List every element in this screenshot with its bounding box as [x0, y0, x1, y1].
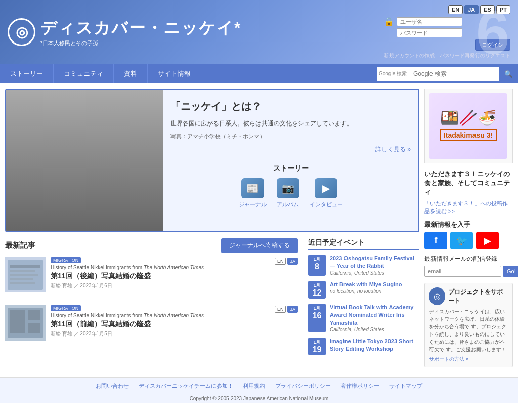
logo-text: ディスカバー・ニッケイ* *日本人移民とその子孫 — [40, 17, 241, 47]
facebook-button[interactable]: f — [424, 232, 447, 249]
svg-rect-15 — [82, 187, 92, 206]
event-month: 1月 — [311, 282, 323, 289]
svg-point-18 — [116, 181, 124, 192]
support-title: プロジェクトをサポート — [448, 288, 508, 305]
svg-rect-4 — [21, 140, 36, 153]
album-label: アルバム — [277, 201, 299, 208]
search-input[interactable] — [408, 68, 499, 80]
album-icon-item[interactable]: 📷 アルバム — [277, 178, 299, 208]
support-desc: ディスカバー・ニッケイは、広いネットワークを広げ、日系の体験を分かち合う場で す… — [429, 308, 508, 353]
svg-rect-11 — [50, 189, 59, 205]
email-input[interactable] — [424, 266, 501, 277]
event-name[interactable]: Art Break with Miye Sugino — [330, 281, 419, 288]
svg-rect-33 — [10, 310, 25, 333]
svg-rect-34 — [28, 310, 40, 320]
user-icon: 🔒 — [384, 17, 394, 26]
nav-resources[interactable]: 資料 — [114, 64, 148, 83]
logo-spiral-icon: ◎ — [16, 24, 28, 40]
event-info: Imagine Little Tokyo 2023 Short Story Ed… — [330, 338, 419, 355]
event-item: 1月 19 Imagine Little Tokyo 2023 Short St… — [308, 338, 419, 355]
content-left: 「ニッケイ」とは？ 世界各国に広がる日系人。彼らは共通の文化をシェアしています。… — [5, 89, 419, 372]
event-info: 2023 Oshogatsu Family Festival— Year of … — [330, 255, 419, 276]
articles-title: 最新記事 — [5, 241, 35, 250]
interview-icon: ▶ — [315, 178, 337, 198]
event-day: 19 — [311, 346, 323, 354]
svg-rect-2 — [11, 130, 158, 231]
youtube-button[interactable]: ▶ — [476, 232, 499, 249]
social-title-text: 最新情報を入手 — [424, 221, 470, 228]
events-section: 近日予定イベント 1月 8 2023 Oshogatsu Family Fest… — [308, 238, 419, 360]
nav-site-info[interactable]: サイト情報 — [148, 64, 201, 83]
footer-sitemap-link[interactable]: サイトマップ — [389, 383, 422, 389]
create-account-link[interactable]: 新規アカウントの作成 — [384, 52, 435, 59]
journal-icon: 📰 — [241, 178, 264, 198]
article-item: MIGRATION EN JA History of Seattle Nikke… — [5, 257, 298, 299]
article-meta: 新舩 育雄 ／ 2023年1月5日 — [51, 330, 298, 338]
lang-en-badge[interactable]: EN — [275, 306, 286, 313]
twitter-button[interactable]: 🐦 — [450, 232, 473, 249]
event-name[interactable]: 2023 Oshogatsu Family Festival— Year of … — [330, 255, 419, 270]
svg-rect-29 — [10, 278, 33, 280]
svg-rect-3 — [11, 130, 158, 231]
event-name[interactable]: Imagine Little Tokyo 2023 Short Story Ed… — [330, 338, 419, 353]
svg-rect-0 — [6, 90, 163, 231]
article-lang-badges: EN JA — [275, 258, 298, 265]
event-location: California, United States — [330, 327, 419, 332]
footer-terms-link[interactable]: 利用規約 — [243, 383, 265, 389]
footer-join-link[interactable]: ディスカバーニッケイチームに参加！ — [139, 383, 233, 389]
username-input[interactable] — [397, 17, 462, 26]
search-button[interactable]: 🔍 — [499, 67, 518, 81]
nav-community[interactable]: コミュニティ — [54, 64, 114, 83]
support-link[interactable]: サポートの方法 » — [429, 356, 508, 363]
nav-stories[interactable]: ストーリー — [0, 64, 54, 83]
lang-en-button[interactable]: EN — [448, 5, 463, 14]
logo: ◎ ディスカバー・ニッケイ* *日本人移民とその子孫 — [8, 17, 241, 47]
social-title: 最新情報を入手 — [424, 220, 513, 229]
article-title[interactable]: 第11回（前編）写真結婚の隆盛 — [51, 320, 298, 329]
interview-icon-item[interactable]: ▶ インタビュー — [310, 178, 343, 208]
header: ◎ ディスカバー・ニッケイ* *日本人移民とその子孫 EN JA ES PT 🔒 — [0, 0, 518, 64]
lang-en-badge[interactable]: EN — [275, 258, 286, 265]
event-day: 12 — [311, 289, 323, 297]
svg-rect-19 — [117, 191, 124, 204]
events-title: 近日予定イベント — [308, 238, 419, 250]
event-name[interactable]: Virtual Book Talk with Academy Award Nom… — [330, 304, 419, 327]
lang-ja-badge[interactable]: JA — [287, 306, 298, 313]
svg-point-14 — [81, 175, 93, 189]
lang-ja-badge[interactable]: JA — [287, 258, 298, 265]
svg-point-23 — [6, 120, 21, 150]
hero-section: 「ニッケイ」とは？ 世界各国に広がる日系人。彼らは共通の文化をシェアしています。… — [5, 89, 419, 232]
google-label: Google 検索 — [377, 70, 408, 77]
svg-rect-1 — [6, 90, 163, 231]
password-input[interactable] — [397, 28, 462, 37]
footer-links: お問い合わせ ディスカバーニッケイチームに参加！ 利用規約 プライバシーポリシー… — [0, 377, 518, 394]
svg-point-20 — [129, 179, 138, 191]
article-series: History of Seattle Nikkei Immigrants fro… — [51, 265, 298, 270]
footer-privacy-link[interactable]: プライバシーポリシー — [275, 383, 331, 389]
svg-point-16 — [100, 179, 109, 190]
event-month: 1月 — [311, 339, 323, 346]
article-thumbnail — [5, 257, 46, 292]
event-item: 1月 16 Virtual Book Talk with Academy Awa… — [308, 304, 419, 332]
sidebar-ad: 🍱🥢🍜 Itadakimasu 3! — [424, 89, 513, 163]
sidebar: 🍱🥢🍜 Itadakimasu 3! いただきます３！ニッケイの食と家族、そして… — [424, 89, 513, 372]
email-go-button[interactable]: Go! — [503, 266, 518, 277]
hero-read-more-link[interactable]: 詳しく見る » — [170, 145, 411, 154]
article-thumbnail — [5, 305, 46, 341]
footer-copyright-policy-link[interactable]: 著作権ポリシー — [340, 383, 379, 389]
article-title[interactable]: 第11回（後編）写真結婚の隆盛 — [51, 272, 298, 281]
event-info: Virtual Book Talk with Academy Award Nom… — [330, 304, 419, 332]
itadakimasu-link[interactable]: 「いただきます３！」への投稿作品を読む >> — [424, 200, 513, 215]
event-location: no location, no location — [330, 288, 419, 294]
footer-contact-link[interactable]: お問い合わせ — [96, 383, 129, 389]
event-month: 1月 — [311, 305, 323, 312]
article-body: MIGRATION EN JA History of Seattle Nikke… — [51, 305, 298, 341]
hero-text: 「ニッケイ」とは？ 世界各国に広がる日系人。彼らは共通の文化をシェアしています。… — [163, 90, 418, 231]
journal-icon-item[interactable]: 📰 ジャーナル — [239, 178, 267, 208]
event-day: 16 — [311, 312, 323, 320]
submit-article-button[interactable]: ジャーナルへ寄稿する — [221, 238, 298, 253]
itadakimasu-title: いただきます３！ニッケイの食と家族、そしてコミュニティ — [424, 170, 513, 197]
hero-image — [6, 90, 163, 231]
itadakimasu-label: Itadakimasu 3! — [440, 129, 497, 141]
main-content: 「ニッケイ」とは？ 世界各国に広がる日系人。彼らは共通の文化をシェアしています。… — [0, 83, 518, 377]
